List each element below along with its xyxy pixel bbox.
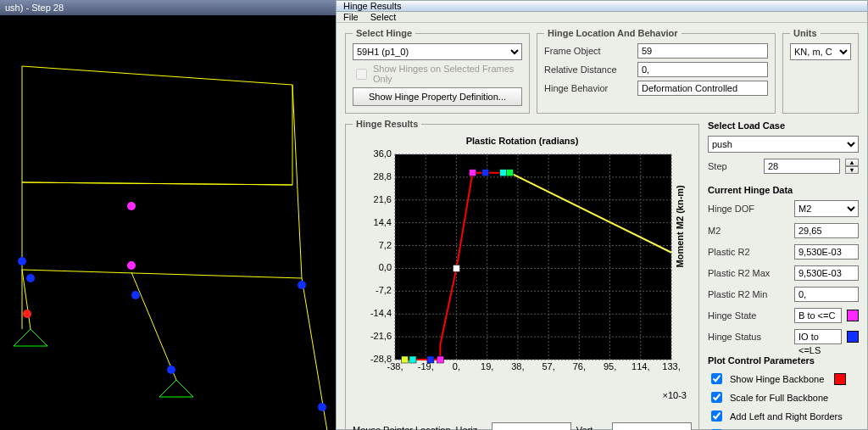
add-tb-row[interactable]: Add Top and Bottom Borders <box>708 427 859 430</box>
svg-text:38,: 38, <box>511 361 524 371</box>
add-lr-row[interactable]: Add Left and Right Borders <box>708 408 859 424</box>
svg-text:57,: 57, <box>542 361 554 371</box>
svg-rect-66 <box>453 265 459 271</box>
svg-text:7,2: 7,2 <box>379 240 392 250</box>
svg-line-5 <box>131 272 176 380</box>
svg-point-20 <box>23 310 31 318</box>
chart-area[interactable]: -38,-19,0,19,38,57,76,95,114,133,-28,8-2… <box>353 149 692 417</box>
y-axis-label: Moment M2 (kn-m) <box>675 185 685 267</box>
viewport-canvas <box>0 15 336 430</box>
svg-point-15 <box>26 274 35 282</box>
svg-point-18 <box>167 366 175 374</box>
svg-line-3 <box>292 85 302 278</box>
menu-bar: File Select <box>337 12 867 23</box>
svg-text:133,: 133, <box>662 361 680 371</box>
select-hinge-legend: Select Hinge <box>353 28 415 38</box>
show-backbone-row[interactable]: Show Hinge Backbone <box>708 371 859 387</box>
svg-text:19,: 19, <box>481 361 493 371</box>
svg-marker-10 <box>159 380 193 397</box>
hinge-dof-select[interactable]: M2 <box>794 200 859 217</box>
hinge-results-legend: Hinge Results <box>353 119 421 129</box>
svg-text:-28,8: -28,8 <box>370 354 392 364</box>
frame-object-value: 59 <box>637 43 768 59</box>
svg-text:0,: 0, <box>453 361 460 371</box>
svg-rect-62 <box>470 170 476 176</box>
step-value: 28 <box>764 159 840 174</box>
mouse-pointer-label: Mouse Pointer Location <box>353 425 451 430</box>
svg-point-19 <box>318 403 326 411</box>
svg-text:-21,6: -21,6 <box>370 331 392 341</box>
svg-rect-64 <box>500 170 507 176</box>
right-panel: Select Load Case push Step 28 ▲ ▼ Curren… <box>708 119 859 430</box>
select-hinge-group: Select Hinge 59H1 (p1_0) Show Hinges on … <box>345 28 530 114</box>
svg-text:-7,2: -7,2 <box>376 285 392 295</box>
svg-point-16 <box>131 291 140 299</box>
plasticr2-value: 9,530E-03 <box>794 244 859 260</box>
step-up-button[interactable]: ▲ <box>845 159 859 166</box>
svg-rect-68 <box>427 356 434 363</box>
svg-rect-69 <box>409 356 416 363</box>
svg-text:76,: 76, <box>573 361 586 371</box>
model-viewport[interactable]: ush) - Step 28 <box>0 0 336 430</box>
show-hinge-definition-button[interactable]: Show Hinge Property Definition... <box>353 87 522 106</box>
units-group: Units KN, m, C <box>782 28 859 114</box>
units-select[interactable]: KN, m, C <box>790 43 851 60</box>
load-case-select[interactable]: push <box>708 136 859 153</box>
plot-params-head: Plot Control Parameters <box>708 355 859 366</box>
hinge-behavior-value: Deformation Controlled <box>637 81 768 96</box>
menu-select[interactable]: Select <box>370 12 397 22</box>
hinge-select[interactable]: 59H1 (p1_0) <box>353 43 522 60</box>
m2-value: 29,65 <box>794 223 859 238</box>
menu-file[interactable]: File <box>343 12 359 22</box>
svg-point-12 <box>127 202 136 210</box>
hinge-status-color <box>847 331 859 343</box>
scale-backbone-row[interactable]: Scale for Full Backbone <box>708 389 859 405</box>
hinge-state-color <box>847 310 859 321</box>
hinge-results-dialog: Hinge Results File Select Select Hinge 5… <box>336 0 868 430</box>
add-lr-checkbox[interactable] <box>711 410 722 422</box>
svg-text:114,: 114, <box>632 361 649 371</box>
mouse-vert-value <box>612 422 692 430</box>
hinge-results-group: Hinge Results Plastic Rotation (radians)… <box>345 119 699 430</box>
svg-text:95,: 95, <box>604 361 616 371</box>
hinge-status-value: IO to <=LS <box>794 329 842 344</box>
relative-distance-value: 0, <box>637 62 768 77</box>
svg-line-2 <box>22 270 302 278</box>
mouse-horiz-value <box>492 422 571 430</box>
svg-line-8 <box>31 329 47 346</box>
svg-rect-63 <box>482 170 489 176</box>
x-axis-exponent: ×10-3 <box>663 390 687 400</box>
show-on-frames-checkbox: Show Hinges on Selected Frames Only <box>353 64 522 84</box>
units-legend: Units <box>790 28 821 38</box>
hinge-location-group: Hinge Location And Behavior Frame Object… <box>537 28 776 114</box>
dialog-titlebar[interactable]: Hinge Results <box>337 1 867 12</box>
svg-text:14,4: 14,4 <box>374 217 392 227</box>
svg-rect-65 <box>506 170 513 176</box>
viewport-title: ush) - Step 28 <box>0 0 336 15</box>
show-backbone-checkbox[interactable] <box>711 373 722 384</box>
svg-line-9 <box>14 329 31 346</box>
hinge-location-legend: Hinge Location And Behavior <box>544 28 682 38</box>
svg-marker-7 <box>14 329 47 346</box>
plasticr2max-value: 9,530E-03 <box>794 265 859 281</box>
svg-point-14 <box>18 257 26 265</box>
plasticr2min-value: 0, <box>794 287 859 302</box>
scale-backbone-checkbox[interactable] <box>711 392 722 403</box>
current-hinge-head: Current Hinge Data <box>708 185 859 195</box>
svg-point-13 <box>127 261 136 270</box>
svg-text:21,6: 21,6 <box>374 194 392 204</box>
svg-text:28,8: 28,8 <box>374 171 392 181</box>
show-on-frames-input <box>356 69 367 80</box>
svg-text:0,0: 0,0 <box>379 262 392 272</box>
step-down-button[interactable]: ▼ <box>845 166 859 174</box>
load-case-head: Select Load Case <box>708 120 859 131</box>
svg-rect-67 <box>437 356 443 363</box>
chart-title: Plastic Rotation (radians) <box>353 134 692 149</box>
hinge-state-value: B to <=C <box>794 308 842 323</box>
svg-rect-70 <box>401 356 408 363</box>
dialog-title-text: Hinge Results <box>343 1 401 11</box>
backbone-color <box>834 373 846 385</box>
svg-text:36,0: 36,0 <box>374 149 392 159</box>
svg-text:-14,4: -14,4 <box>370 308 392 318</box>
svg-line-1 <box>22 182 292 185</box>
